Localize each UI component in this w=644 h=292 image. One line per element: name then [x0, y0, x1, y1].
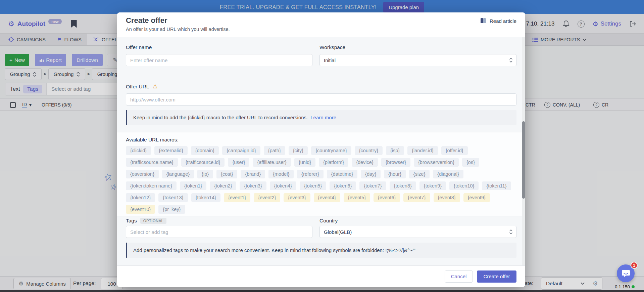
clickid-note-text: Keep in mind to add the {clickid} macro …	[133, 115, 308, 120]
macro-chip[interactable]: {event7}	[403, 193, 430, 202]
macro-chip[interactable]: {size}	[409, 170, 430, 178]
macro-chip[interactable]: {token10}	[449, 181, 479, 190]
macro-chip[interactable]: {os}	[462, 158, 479, 167]
macro-chip[interactable]: {model}	[268, 170, 294, 178]
macro-chip[interactable]: {country}	[355, 146, 383, 155]
macro-chip[interactable]: {city}	[289, 146, 308, 155]
macro-chip[interactable]: {token7}	[359, 181, 386, 190]
workspace-value: Initial	[320, 57, 509, 63]
clickid-note: Keep in mind to add the {clickid} macro …	[126, 110, 516, 125]
offer-name-label: Offer name	[126, 44, 152, 50]
macro-chip[interactable]: {token2}	[210, 181, 236, 190]
macro-chip[interactable]: {event1}	[224, 193, 250, 202]
macro-chip[interactable]: {user}	[228, 158, 249, 167]
modal-header: Create offer An offer is your ad URL whi…	[117, 12, 525, 37]
macro-chip[interactable]: {browserversion}	[414, 158, 459, 167]
macro-chip[interactable]: {brand}	[241, 170, 265, 178]
macro-chip[interactable]: {isp}	[386, 146, 404, 155]
book-icon	[480, 18, 487, 24]
macro-chip[interactable]: {affiliate.user}	[253, 158, 291, 167]
modal-subtitle: An offer is your ad URL which you will a…	[126, 27, 230, 32]
macro-chip[interactable]: {osversion}	[126, 170, 159, 178]
macro-chip[interactable]: {device}	[352, 158, 378, 167]
macro-chip[interactable]: {event10}	[126, 205, 155, 214]
macro-chip[interactable]: {token6}	[330, 181, 356, 190]
create-offer-modal: Create offer An offer is your ad URL whi…	[117, 12, 525, 287]
macro-chip[interactable]: {externalid}	[154, 146, 188, 155]
cancel-button[interactable]: Cancel	[445, 270, 473, 283]
country-select[interactable]: Global(GLB)	[319, 226, 516, 238]
macro-chip[interactable]: {token:token name}	[126, 181, 177, 190]
offer-url-input[interactable]	[126, 93, 516, 106]
updown-chevrons-icon	[509, 57, 513, 63]
macros-heading: Available URL macros:	[126, 137, 179, 143]
read-article-label: Read article	[490, 18, 516, 24]
tags-input[interactable]	[126, 226, 312, 238]
macro-chip[interactable]: {token3}	[240, 181, 266, 190]
macro-chip[interactable]: {ip}	[197, 170, 213, 178]
macro-chip[interactable]: {pr_key}	[158, 205, 185, 214]
macro-chip[interactable]: {offer.id}	[441, 146, 468, 155]
chat-unread-badge: 1	[631, 262, 638, 269]
updown-chevrons-icon	[509, 229, 513, 235]
macro-chip[interactable]: {token9}	[419, 181, 446, 190]
version-number: 0.1.150	[615, 284, 630, 289]
macro-chip[interactable]: {token5}	[300, 181, 326, 190]
offer-url-label: Offer URL	[126, 84, 149, 90]
chat-bubble-icon	[622, 269, 630, 278]
macro-chip[interactable]: {domain}	[191, 146, 219, 155]
warning-icon: ⚠	[153, 83, 158, 90]
offer-name-input[interactable]	[126, 54, 312, 66]
country-value: Global(GLB)	[320, 229, 509, 235]
macro-chip[interactable]: {diagonal}	[433, 170, 463, 178]
macro-chip[interactable]: {cost}	[216, 170, 237, 178]
macro-chip[interactable]: {event6}	[374, 193, 400, 202]
optional-badge: OPTIONAL	[140, 218, 167, 224]
macro-chip[interactable]: {token11}	[482, 181, 511, 190]
macro-chip[interactable]: {hour}	[384, 170, 406, 178]
macro-chip[interactable]: {trafficsource.name}	[126, 158, 178, 167]
workspace-select[interactable]: Initial	[319, 54, 516, 66]
macro-chip[interactable]: {datetime}	[327, 170, 357, 178]
modal-scrollbar-thumb[interactable]	[522, 121, 525, 199]
macro-chip[interactable]: {countryname}	[311, 146, 351, 155]
macro-chip[interactable]: {lander.id}	[407, 146, 438, 155]
read-article-link[interactable]: Read article	[480, 18, 516, 24]
macro-chip[interactable]: {referer}	[297, 170, 323, 178]
modal-body: Offer name Workspace Initial Offer URL ⚠…	[117, 37, 525, 265]
create-offer-button[interactable]: Create offer	[477, 270, 516, 283]
macro-chip[interactable]: {event4}	[314, 193, 340, 202]
modal-title: Create offer	[126, 16, 167, 25]
modal-footer: Cancel Create offer	[117, 265, 525, 287]
macro-chip[interactable]: {token8}	[390, 181, 416, 190]
status-dot-icon	[632, 285, 635, 288]
macro-chip[interactable]: {language}	[162, 170, 194, 178]
macro-chip[interactable]: {token13}	[158, 193, 188, 202]
tags-note: Add personalized tags to make your searc…	[126, 243, 516, 258]
macro-chip[interactable]: {event3}	[284, 193, 310, 202]
macro-chip[interactable]: {browser}	[381, 158, 410, 167]
macro-chip[interactable]: {event9}	[463, 193, 490, 202]
learn-more-link[interactable]: Learn more	[310, 115, 336, 120]
workspace-label: Workspace	[319, 44, 345, 50]
macro-chip[interactable]: {event8}	[434, 193, 460, 202]
tags-note-text: Add personalized tags to make your searc…	[133, 247, 415, 253]
macro-chip[interactable]: {trafficsource.id}	[181, 158, 225, 167]
macro-chip[interactable]: {token4}	[270, 181, 296, 190]
macro-chip[interactable]: {token1}	[180, 181, 206, 190]
macro-chip[interactable]: {token14}	[191, 193, 220, 202]
macro-chip[interactable]: {day}	[361, 170, 381, 178]
macro-chip[interactable]: {uniq}	[294, 158, 315, 167]
macro-chip[interactable]: {campaign.id}	[222, 146, 260, 155]
country-label: Country	[319, 218, 338, 223]
macro-chip[interactable]: {event5}	[344, 193, 370, 202]
macro-chip[interactable]: {clickid}	[126, 146, 151, 155]
macro-chip-list: {clickid}{externalid}{domain}{campaign.i…	[126, 146, 512, 214]
macro-chip[interactable]: {event2}	[254, 193, 280, 202]
tags-label: Tags	[126, 218, 137, 224]
version-label: 0.1.150	[615, 284, 635, 289]
macros-section: Available URL macros: {clickid}{external…	[117, 132, 525, 216]
macro-chip[interactable]: {platform}	[319, 158, 348, 167]
macro-chip[interactable]: {path}	[264, 146, 285, 155]
macro-chip[interactable]: {token12}	[126, 193, 155, 202]
